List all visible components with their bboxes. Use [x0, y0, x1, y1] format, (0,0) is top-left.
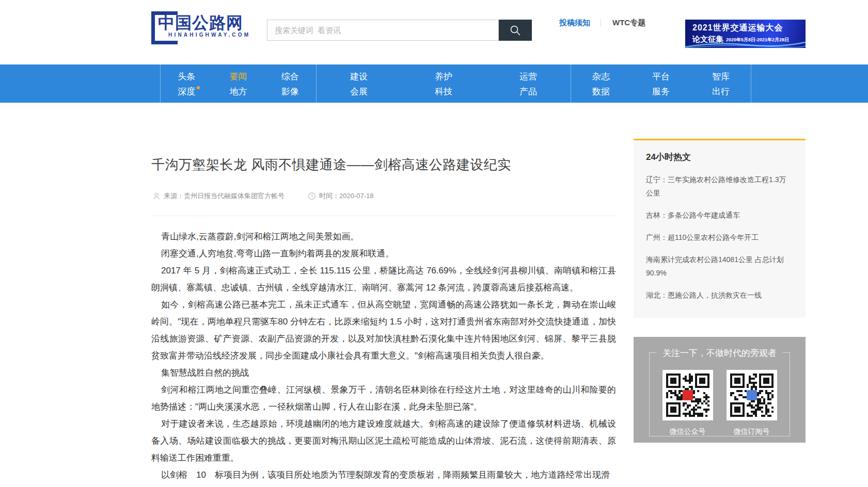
- nav-item-toutiao[interactable]: 头条: [178, 69, 195, 84]
- paragraph-subhead: 集智慧战胜自然的挑战: [151, 364, 616, 381]
- clock-icon: [308, 192, 316, 200]
- qr-pattern: [666, 374, 709, 417]
- nav-col-yunying-chanpin: 运营 产品: [486, 64, 571, 103]
- search-button[interactable]: [499, 20, 532, 41]
- nav-col-yaowen-difang: 要闻 地方: [212, 64, 264, 103]
- nav-col-zhiku-chuxing: 智库 出行: [691, 64, 751, 103]
- paragraph: 闭塞交通,人穷地贫,弯弯山路一直制约着两县的发展和联通。: [151, 245, 616, 262]
- nav-item-shendu[interactable]: 深度: [178, 84, 195, 99]
- site-logo[interactable]: 中国公路网: [158, 12, 243, 35]
- nav-item-yunying[interactable]: 运营: [519, 69, 537, 84]
- nav-group-2: 建设 会展 养护 科技 运营 产品: [316, 64, 571, 103]
- nav-col-zazhi-shuju: 杂志 数据: [571, 64, 631, 103]
- article-time: 时间：2020-07-18: [308, 191, 374, 201]
- nav-col-toutiao-shendu: 头条 深度: [161, 64, 212, 103]
- nav-item-jianshe[interactable]: 建设: [350, 69, 368, 84]
- nav-col-yanghu-keji: 养护 科技: [401, 64, 486, 103]
- nav-col-pingtai-fuwu: 平台 服务: [631, 64, 691, 103]
- qr-row: 微信公众号 微信订阅号: [634, 370, 806, 436]
- paragraph: 2017 年 5 月，剑榕高速正式动工，全长 115.115 公里，桥隧比高达 …: [151, 262, 616, 296]
- nav-item-yanghu[interactable]: 养护: [435, 69, 452, 84]
- banner-title: 2021世界交通运输大会: [692, 23, 783, 34]
- nav-col-jianshe-huizhan: 建设 会展: [317, 64, 401, 103]
- source-text: 来源：贵州日报当代融媒体集团官方帐号: [164, 191, 285, 201]
- article-source: 来源：贵州日报当代融媒体集团官方帐号: [152, 191, 285, 201]
- meta-divider: [151, 216, 617, 216]
- wtc-topic-link[interactable]: WTC专题: [612, 18, 645, 28]
- nav-col-zonghe-yingxiang: 综合 影像: [264, 64, 316, 103]
- qr-cell-subscription-account: 微信订阅号: [727, 370, 777, 436]
- hot-article-link[interactable]: 广州：超110公里农村公路今年开工: [646, 231, 793, 244]
- nav-item-yaowen-active[interactable]: 要闻: [229, 69, 247, 84]
- time-text: 时间：2020-07-18: [319, 191, 374, 201]
- paragraph: 剑河和榕江两地之间重峦叠嶂、江河纵横、景象万千，清朝名臣林则徐在行经这片土地，对…: [151, 381, 616, 415]
- follow-title-wrap: 关注一下，不做时代的旁观者: [634, 347, 806, 359]
- hot-article-link[interactable]: 吉林：多条公路今年建成通车: [646, 208, 793, 222]
- header-links-divider: [601, 19, 601, 27]
- nav-item-zhiku[interactable]: 智库: [712, 69, 730, 84]
- nav-item-difang[interactable]: 地方: [229, 84, 247, 99]
- nav-item-chanpin[interactable]: 产品: [519, 84, 537, 99]
- nav-item-zazhi[interactable]: 杂志: [592, 69, 610, 84]
- submission-guide-link[interactable]: 投稿须知: [559, 18, 590, 28]
- nav-group-3: 杂志 数据 平台 服务 智库 出行: [571, 64, 751, 103]
- paragraph: 对于建设者来说，生态越原始，环境越幽闭的地方建设难度就越大。剑榕高速的建设除了便…: [151, 415, 616, 466]
- search-icon: [509, 24, 522, 37]
- paragraph: 以剑榕 10 标项目为例，该项目所处地质为节理裂隙发育的变质板岩，降雨频繁且雨量…: [151, 466, 616, 483]
- nav-item-fuwu[interactable]: 服务: [652, 84, 670, 99]
- new-dot-icon: [197, 86, 200, 89]
- qr-label: 微信订阅号: [734, 427, 770, 436]
- main-nav: 头条 深度 要闻 地方 综合 影像 建设 会展 养护 科技 运营: [0, 64, 868, 103]
- nav-item-yingxiang[interactable]: 影像: [281, 84, 299, 99]
- hot-articles-panel: 24小时热文 辽宁：三年实施农村公路维修改造工程1.3万公里 吉林：多条公路今年…: [634, 139, 806, 318]
- nav-item-chuxing[interactable]: 出行: [712, 84, 730, 99]
- nav-group-1: 头条 深度 要闻 地方 综合 影像: [160, 64, 316, 103]
- author-icon: [152, 192, 161, 200]
- site-domain: HINAHIGHWAY.COM: [168, 32, 250, 38]
- wechat-subscription-qr-code: [727, 370, 777, 420]
- hot-panel-title: 24小时热文: [646, 151, 793, 163]
- qr-cell-official-account: 微信公众号: [662, 370, 713, 436]
- wechat-follow-panel: 关注一下，不做时代的旁观者 微信公众号 微信订阅号: [634, 337, 806, 443]
- wechat-official-qr-code: [662, 370, 713, 420]
- paragraph: 如今，剑榕高速公路已基本完工，虽未正式通车，但从高空眺望，宽阔通畅的高速公路犹如…: [151, 296, 616, 364]
- follow-panel-title: 关注一下，不做时代的旁观者: [656, 347, 783, 359]
- nav-item-shuju[interactable]: 数据: [592, 84, 610, 99]
- article-body: 青山绿水,云蒸霞蔚,剑河和榕江两地之间美景如画。 闭塞交通,人穷地贫,弯弯山路一…: [151, 228, 616, 483]
- nav-item-zonghe[interactable]: 综合: [281, 69, 299, 84]
- nav-item-huizhan[interactable]: 会展: [350, 84, 368, 99]
- article-title: 千沟万壑架长龙 风雨不惧建通途——剑榕高速公路建设纪实: [151, 156, 616, 174]
- hot-article-link[interactable]: 辽宁：三年实施农村公路维修改造工程1.3万公里: [646, 173, 793, 200]
- nav-item-pingtai[interactable]: 平台: [652, 69, 670, 84]
- paragraph: 青山绿水,云蒸霞蔚,剑河和榕江两地之间美景如画。: [151, 228, 616, 245]
- page: 中国公路网 HINAHIGHWAY.COM 投稿须知 WTC专题 2021世界交…: [0, 0, 868, 487]
- nav-item-keji[interactable]: 科技: [435, 84, 452, 99]
- banner-swoosh-decoration: [685, 40, 806, 48]
- hot-article-link[interactable]: 湖北：恩施公路人，抗洪救灾在一线: [646, 288, 793, 302]
- qr-label: 微信公众号: [670, 427, 706, 436]
- qr-pattern: [730, 374, 774, 417]
- wtc-conference-banner[interactable]: 2021世界交通运输大会 论文征集2020年5月8日-2021年2月28日: [685, 20, 806, 48]
- hot-article-link[interactable]: 海南累计完成农村公路14081公里 占总计划90.9%: [646, 253, 793, 280]
- search-input[interactable]: [267, 20, 499, 41]
